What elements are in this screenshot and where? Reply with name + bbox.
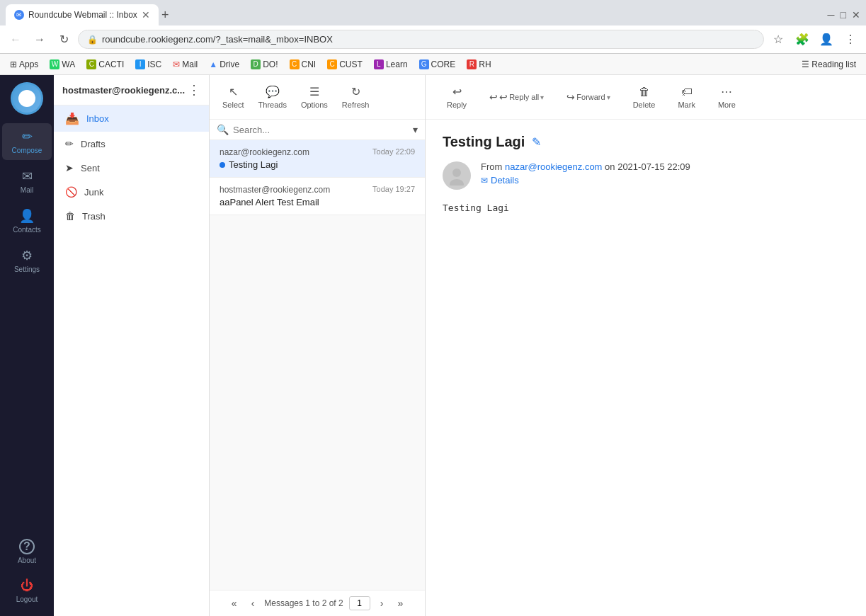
sent-icon: ➤: [65, 162, 74, 173]
folder-inbox[interactable]: 📥 Inbox: [54, 105, 209, 132]
bookmark-cacti[interactable]: C CACTI: [82, 58, 128, 71]
folder-trash[interactable]: 🗑 Trash: [54, 204, 209, 228]
drive-icon: ▲: [209, 59, 217, 69]
sidebar-item-compose[interactable]: ✏ Compose: [2, 123, 52, 160]
search-input[interactable]: [233, 125, 409, 135]
wa-icon: W: [50, 59, 59, 69]
delete-button[interactable]: 🗑 Delete: [623, 81, 666, 113]
folder-list: 📥 Inbox ✏ Drafts ➤ Sent 🚫 Junk 🗑 Trash: [54, 105, 209, 616]
options-icon: ☰: [309, 85, 319, 98]
folder-drafts[interactable]: ✏ Drafts: [54, 132, 209, 156]
sidebar-item-contacts[interactable]: 👤 Contacts: [2, 203, 52, 239]
reply-all-dropdown-icon[interactable]: ▾: [540, 93, 544, 101]
window-minimize-button[interactable]: ─: [828, 9, 835, 21]
sender-email-link[interactable]: nazar@rookiegenz.com: [505, 161, 602, 172]
delete-icon: 🗑: [639, 86, 650, 98]
bookmark-core-label: CORE: [431, 59, 456, 69]
contacts-icon: 👤: [19, 208, 35, 224]
sidebar-item-contacts-label: Contacts: [13, 226, 40, 234]
bookmark-mail[interactable]: ✉ Mail: [169, 58, 202, 71]
options-label: Options: [301, 101, 328, 109]
browser-controls: ← → ↻ 🔒 roundcube.rookiegenz.com/?_task=…: [0, 25, 866, 54]
bookmark-isc[interactable]: I ISC: [131, 58, 166, 71]
folder-panel: hostmaster@rookiegenz.c... ⋮ 📥 Inbox ✏ D…: [54, 75, 210, 616]
select-icon: ↖: [229, 85, 238, 98]
tab-close-button[interactable]: ✕: [142, 9, 150, 21]
bookmark-learn[interactable]: L Learn: [370, 58, 412, 71]
message-sender: nazar@rookiegenz.com Today 22:09: [220, 147, 415, 157]
forward-dropdown-icon[interactable]: ▾: [607, 93, 610, 101]
last-page-button[interactable]: »: [393, 596, 407, 610]
select-button[interactable]: ↖ Select: [215, 81, 251, 113]
list-item[interactable]: nazar@rookiegenz.com Today 22:09 Testing…: [210, 140, 425, 178]
filter-icon[interactable]: ▾: [413, 124, 418, 135]
svg-point-0: [452, 169, 461, 177]
refresh-button[interactable]: ↻ Refresh: [335, 81, 377, 113]
reply-button[interactable]: ↩ Reply: [437, 81, 477, 113]
reload-button[interactable]: ↻: [54, 30, 74, 50]
app-container: ✏ Compose ✉ Mail 👤 Contacts ⚙ Settings ?…: [0, 75, 866, 616]
extensions-button[interactable]: 🧩: [792, 30, 812, 50]
account-menu-icon[interactable]: ⋮: [188, 82, 200, 98]
bookmark-reading-list-label: Reading list: [811, 59, 856, 69]
bookmark-isc-label: ISC: [147, 59, 161, 69]
sidebar-item-settings[interactable]: ⚙ Settings: [2, 242, 52, 279]
message-date: Today 19:27: [372, 185, 415, 193]
sidebar-item-mail-label: Mail: [21, 186, 33, 194]
sidebar-item-logout[interactable]: ⏻ Logout: [2, 573, 52, 609]
mark-button[interactable]: 🏷 Mark: [668, 81, 705, 113]
reply-all-button[interactable]: ↩ ↩ Reply all ▾: [479, 87, 554, 107]
more-button[interactable]: ⋯ More: [708, 81, 746, 113]
prev-page-button[interactable]: ‹: [247, 596, 259, 610]
options-button[interactable]: ☰ Options: [294, 81, 335, 113]
folder-sent[interactable]: ➤ Sent: [54, 156, 209, 180]
active-tab[interactable]: ✉ Roundcube Webmail :: Inbox ✕: [6, 4, 159, 25]
sidebar-item-mail[interactable]: ✉ Mail: [2, 163, 52, 200]
junk-icon: 🚫: [65, 186, 77, 198]
bookmark-cni[interactable]: C CNI: [285, 58, 321, 71]
reply-label: Reply: [447, 101, 467, 109]
new-tab-button[interactable]: +: [161, 8, 169, 23]
chrome-menu-button[interactable]: ⋮: [841, 30, 860, 50]
bookmark-cust[interactable]: C CUST: [323, 58, 367, 71]
rh-icon: R: [467, 59, 477, 69]
forward-label: Forward: [576, 93, 605, 101]
envelope-icon: ✉: [481, 176, 488, 186]
list-item[interactable]: hostmaster@rookiegenz.com Today 19:27 aa…: [210, 178, 425, 215]
bookmark-rh[interactable]: R RH: [462, 58, 495, 71]
back-button[interactable]: ←: [6, 30, 25, 50]
page-input[interactable]: [349, 596, 370, 610]
inbox-icon: 📥: [65, 112, 79, 125]
forward-button[interactable]: →: [30, 30, 50, 50]
first-page-button[interactable]: «: [227, 596, 241, 610]
message-list-panel: ↖ Select 💬 Threads ☰ Options ↻ Refresh 🔍…: [210, 75, 426, 616]
mark-label: Mark: [678, 101, 695, 109]
address-bar[interactable]: 🔒 roundcube.rookiegenz.com/?_task=mail&_…: [78, 30, 764, 49]
bookmark-button[interactable]: ☆: [768, 30, 788, 50]
edit-subject-icon[interactable]: ✎: [532, 135, 541, 149]
message-list-toolbar: ↖ Select 💬 Threads ☰ Options ↻ Refresh: [210, 75, 425, 120]
account-email: hostmaster@rookiegenz.c...: [62, 85, 185, 96]
bookmark-do[interactable]: D DO!: [246, 58, 282, 71]
bookmark-apps[interactable]: ⊞ Apps: [6, 58, 42, 71]
sidebar-item-about[interactable]: ? About: [2, 533, 52, 570]
folder-sent-label: Sent: [81, 163, 100, 173]
bookmark-reading-list[interactable]: ☰ Reading list: [797, 58, 860, 71]
settings-icon: ⚙: [21, 248, 33, 263]
mail-nav-icon: ✉: [22, 169, 33, 184]
next-page-button[interactable]: ›: [376, 596, 388, 610]
folder-junk[interactable]: 🚫 Junk: [54, 180, 209, 204]
learn-icon: L: [374, 59, 384, 69]
window-maximize-button[interactable]: □: [841, 9, 846, 21]
details-link[interactable]: Details: [491, 175, 519, 186]
bookmark-wa[interactable]: W WA: [45, 58, 79, 71]
forward-button[interactable]: ↪ Forward ▾: [557, 87, 620, 107]
window-close-button[interactable]: ✕: [852, 9, 860, 21]
bookmark-core[interactable]: G CORE: [415, 58, 460, 71]
logout-icon: ⏻: [21, 578, 33, 593]
threads-button[interactable]: 💬 Threads: [251, 81, 294, 113]
reply-all-label: Reply all: [509, 93, 539, 101]
profile-button[interactable]: 👤: [816, 30, 836, 50]
bookmark-drive[interactable]: ▲ Drive: [205, 58, 244, 71]
message-items: nazar@rookiegenz.com Today 22:09 Testing…: [210, 140, 425, 590]
